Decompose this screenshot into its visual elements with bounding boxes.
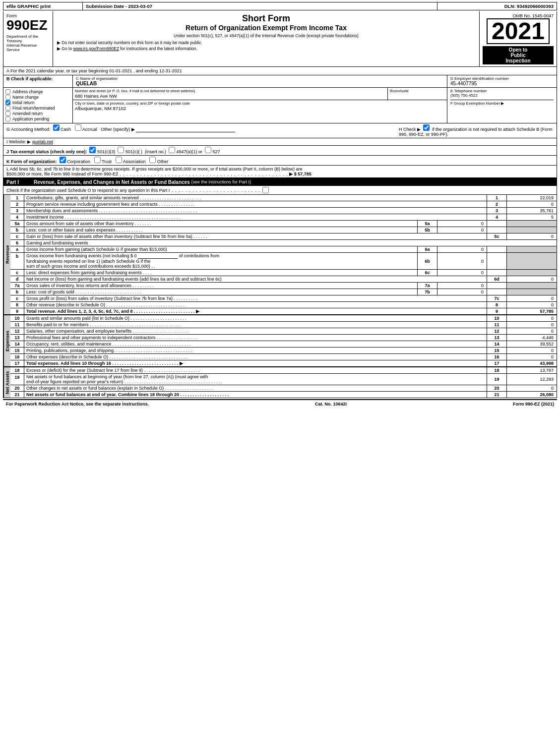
website-link[interactable]: quelab.net xyxy=(32,139,53,144)
row-13: 13 Professional fees and other payments … xyxy=(10,335,557,341)
section-l: L Add lines 5b, 6c, and 7b to line 9 to … xyxy=(3,166,557,178)
irs-link[interactable]: www.irs.gov/Form990EZ xyxy=(73,46,120,51)
row6c-midlabel: 6c xyxy=(418,270,437,276)
row6a-num: a xyxy=(10,246,24,252)
final-return-label: Final return/terminated xyxy=(12,106,55,111)
address-change-checkbox[interactable] xyxy=(5,89,10,94)
row5b-num: b xyxy=(10,227,24,233)
name-change-checkbox[interactable] xyxy=(5,95,10,100)
initial-return-checkbox[interactable] xyxy=(5,100,10,105)
row5b-midlabel: 5b xyxy=(418,227,437,233)
row11-label: Benefits paid to or for members . . . . … xyxy=(24,322,487,328)
initial-return-row: Initial return xyxy=(5,100,70,105)
cash-checkbox[interactable] xyxy=(53,124,60,131)
schedule-o-checkbox[interactable] xyxy=(262,187,269,193)
row2-value: 0 xyxy=(507,201,557,207)
section-a: A For the 2021 calendar year, or tax yea… xyxy=(3,67,557,75)
final-return-row: Final return/terminated xyxy=(5,106,70,111)
row7a-label: Gross sales of inventory, less returns a… xyxy=(24,283,418,289)
address-change-row: Address change xyxy=(5,89,70,94)
net-assets-side-label: Net Assets xyxy=(3,367,10,398)
row21-linenum: 21 xyxy=(487,392,507,398)
amended-return-row: Amended return xyxy=(5,111,70,116)
row17-label: Total expenses. Add lines 10 through 16 … xyxy=(24,360,487,366)
row-1: 1 Contributions, gifts, grants, and simi… xyxy=(10,195,557,201)
row6b-midvalue: 0 xyxy=(437,253,487,269)
row7a-num: 7a xyxy=(10,283,24,289)
row20-linenum: 20 xyxy=(487,385,507,391)
row1-linenum: 1 xyxy=(487,195,507,201)
row-5a: 5a Gross amount from sale of assets othe… xyxy=(10,221,557,227)
expenses-section: Expenses 10 Grants and similar amounts p… xyxy=(3,315,557,367)
row18-num: 18 xyxy=(10,367,24,373)
row7b-midlabel: 7b xyxy=(418,289,437,295)
row12-linenum: 12 xyxy=(487,328,507,334)
page: efile GRAPHIC print Submission Date - 20… xyxy=(0,0,560,410)
efile-label: efile GRAPHIC print xyxy=(3,2,83,10)
row17-linenum: 17 xyxy=(487,360,507,366)
d-label: D Employer identification number xyxy=(450,76,554,81)
501c-checkbox[interactable] xyxy=(118,147,124,153)
row-12: 12 Salaries, other compensation, and emp… xyxy=(10,328,557,335)
row6a-label: Gross income from gaming (attach Schedul… xyxy=(24,246,418,252)
row13-label: Professional fees and other payments to … xyxy=(24,335,487,341)
row1-value: 22,019 xyxy=(507,195,557,201)
part1-header: Part I Revenue, Expenses, and Changes in… xyxy=(3,178,557,186)
row2-label: Program service revenue including govern… xyxy=(24,201,487,207)
final-return-checkbox[interactable] xyxy=(5,106,10,111)
row7c-linenum: 7c xyxy=(487,295,507,301)
row13-linenum: 13 xyxy=(487,335,507,341)
row8-linenum: 8 xyxy=(487,302,507,308)
row12-value: 0 xyxy=(507,328,557,334)
row7c-label: Gross profit or (loss) from sales of inv… xyxy=(24,295,487,301)
row9-label: Total revenue. Add lines 1, 2, 3, 4, 5c,… xyxy=(24,308,487,314)
row-3: 3 Membership dues and assessments . . . … xyxy=(10,208,557,214)
f-arrow: ▶ xyxy=(501,101,504,106)
top-bar: efile GRAPHIC print Submission Date - 20… xyxy=(3,2,557,10)
row-16: 16 Other expenses (describe in Schedule … xyxy=(10,354,557,360)
dln-number: DLN: 93492066000393 xyxy=(437,2,557,10)
trust-checkbox[interactable] xyxy=(94,157,101,163)
row7b-label: Less: cost of goods sold . . . . . . . .… xyxy=(24,289,418,295)
4947-checkbox[interactable] xyxy=(169,147,175,153)
section-i: I Website: ▶ quelab.net xyxy=(3,138,557,146)
row-2: 2 Program service revenue including gove… xyxy=(10,201,557,208)
row11-value: 0 xyxy=(507,322,557,328)
city-value: Albuquerque, NM 87102 xyxy=(75,106,445,111)
section-j: J Tax-exempt status (check only one): 50… xyxy=(3,146,557,156)
527-checkbox[interactable] xyxy=(205,147,211,153)
row9-linenum: 9 xyxy=(487,308,507,314)
row7b-midvalue: 0 xyxy=(437,289,487,295)
main-title: Return of Organization Exempt From Incom… xyxy=(57,24,475,32)
application-pending-row: Application pending xyxy=(5,116,70,121)
h-checkbox[interactable] xyxy=(423,124,430,131)
c-label: C Name of organization xyxy=(76,76,444,81)
tax-year: 2021 xyxy=(487,18,550,44)
row4-linenum: 4 xyxy=(487,214,507,220)
amended-return-checkbox[interactable] xyxy=(5,111,10,116)
501c3-checkbox[interactable] xyxy=(89,147,96,153)
corp-checkbox[interactable] xyxy=(60,157,66,163)
row17-value: 43,998 xyxy=(507,360,557,366)
row5a-midlabel: 5a xyxy=(418,221,437,227)
row9-num: 9 xyxy=(10,308,24,314)
row-19: 19 Net assets or fund balances at beginn… xyxy=(10,374,557,385)
row5a-value-shaded xyxy=(507,221,557,227)
row7c-num: c xyxy=(10,295,24,301)
row6b-midlabel: 6b xyxy=(418,253,437,269)
row-10: 10 Grants and similar amounts paid (list… xyxy=(10,315,557,322)
row21-num: 21 xyxy=(10,392,24,398)
other-org-checkbox[interactable] xyxy=(149,157,156,163)
row16-linenum: 16 xyxy=(487,354,507,360)
row8-label: Other revenue (describe in Schedule O) .… xyxy=(24,302,487,308)
row5a-num: 5a xyxy=(10,221,24,227)
row5b-midvalue: 0 xyxy=(437,227,487,233)
row6a-midlabel: 6a xyxy=(418,246,437,252)
city-label: City or town, state or province, country… xyxy=(75,101,445,106)
row11-num: 11 xyxy=(10,322,24,328)
application-pending-checkbox[interactable] xyxy=(5,116,10,121)
accrual-checkbox[interactable] xyxy=(75,124,81,131)
row5b-linenum-empty xyxy=(487,227,507,233)
row8-value: 0 xyxy=(507,302,557,308)
assoc-checkbox[interactable] xyxy=(116,157,122,163)
